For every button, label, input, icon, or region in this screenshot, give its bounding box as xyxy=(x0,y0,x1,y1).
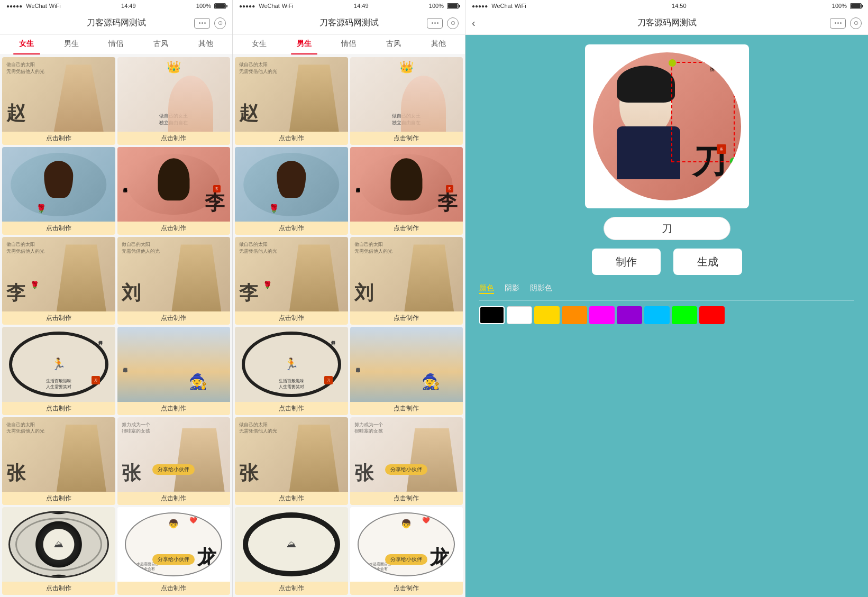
grid-label-2-1: 点击制作 xyxy=(2,311,115,325)
grid-item-2-4[interactable]: 🧙 岁月悠悠深情以待不忘初心 点击制作 xyxy=(117,327,231,415)
grid-label-2-2: 点击制作 xyxy=(117,311,231,325)
app-title-3: 刀客源码网测试 xyxy=(637,17,697,29)
grid-item-3-1[interactable]: 做自己的太阳无需凭借他人的光 张 点击制作 xyxy=(2,417,115,505)
tab-female-1[interactable]: 女生 xyxy=(4,35,49,54)
grid-item-2-1[interactable]: 做自己的太阳无需凭借他人的光 李 🌹 点击制作 xyxy=(2,237,115,325)
p2-grid-item-2-2[interactable]: 做自己的太阳无需凭借他人的光 刘 点击制作 xyxy=(350,237,463,325)
app-header-2: 刀客源码网测试 ⊙ xyxy=(233,12,465,35)
color-options-section: 颜色 阴影 阴影色 xyxy=(474,283,860,324)
swatch-black[interactable] xyxy=(479,306,505,324)
battery-bar-1 xyxy=(214,3,226,9)
swatch-green[interactable] xyxy=(672,306,697,324)
tab-ancient-2[interactable]: 古风 xyxy=(371,35,416,54)
time-1: 14:49 xyxy=(121,3,136,9)
action-buttons: 制作 生成 xyxy=(592,249,742,275)
grid-label-3-3: 点击制作 xyxy=(2,582,115,595)
color-swatches xyxy=(479,306,854,324)
phone-panel-1: ●●●●● WeChat WiFi 14:49 100% 刀客源码网测试 ⊙ 女… xyxy=(0,0,233,597)
p2-grid-item-1-3[interactable]: 🌹 点击制作 xyxy=(235,147,348,235)
carrier-1: WeChat xyxy=(26,3,47,9)
selection-resize-handle[interactable] xyxy=(730,158,737,165)
tab-female-2[interactable]: 女生 xyxy=(237,35,282,54)
menu-dots-button-2[interactable] xyxy=(427,18,443,29)
time-2: 14:49 xyxy=(354,3,369,9)
signal-1: ●●●●● xyxy=(6,3,22,9)
share-badge-3-2: 分享给小伙伴 xyxy=(152,464,195,475)
p2-grid-label-3-2: 点击制作 xyxy=(350,492,463,505)
tab-other-2[interactable]: 其他 xyxy=(416,35,461,54)
p2-grid-item-3-2[interactable]: 努力成为一个很哇塞的女孩 张 分享给小伙伴 点击制作 xyxy=(350,417,463,505)
swatch-orange[interactable] xyxy=(562,306,587,324)
p2-grid-item-1-4[interactable]: 李 缘起缘灭缘如水得得不用失不悲 客 点击制作 xyxy=(350,147,463,235)
tab-couple-2[interactable]: 情侣 xyxy=(326,35,371,54)
p2-grid-item-3-3[interactable]: ⛰ 点击制作 xyxy=(235,507,348,595)
generate-button[interactable]: 生成 xyxy=(673,249,742,275)
swatch-red[interactable] xyxy=(699,306,725,324)
p2-grid-item-3-1[interactable]: 做自己的太阳无需凭借他人的光 张 点击制作 xyxy=(235,417,348,505)
menu-dots-button-3[interactable] xyxy=(830,18,846,29)
p2-grid-label-3-4: 点击制作 xyxy=(350,582,463,595)
swatch-cyan[interactable] xyxy=(644,306,670,324)
template-grid-1: 做自己的太阳无需凭借他人的光 赵 点击制作 👑 做自己的女王独立自由自在 点击制… xyxy=(0,55,232,597)
grid-label-1-4: 点击制作 xyxy=(117,222,231,235)
grid-label-1-3: 点击制作 xyxy=(2,222,115,235)
status-bar-3: ●●●●● WeChat WiFi 14:50 100% xyxy=(465,0,868,12)
grid-label-1-2: 点击制作 xyxy=(117,132,231,145)
p2-grid-label-1-3: 点击制作 xyxy=(235,222,348,235)
grid-label-3-1: 点击制作 xyxy=(2,492,115,505)
p2-grid-label-3-1: 点击制作 xyxy=(235,492,348,505)
grid-item-1-2[interactable]: 👑 做自己的女王独立自由自在 点击制作 xyxy=(117,57,231,145)
carrier-2: WeChat xyxy=(259,3,280,9)
color-tab-shadow-color[interactable]: 阴影色 xyxy=(530,283,552,294)
grid-label-2-3: 点击制作 xyxy=(2,402,115,415)
circle-action-button-2[interactable]: ⊙ xyxy=(447,17,459,29)
preview-canvas: 抹去不用金发不同美不得說 刀 客 xyxy=(585,44,749,208)
app-header-3: ‹ 刀客源码网测试 ⊙ xyxy=(465,12,868,35)
template-grid-2: 做自己的太阳无需凭借他人的光 赵 点击制作 👑 做自己的女王独立自由自在 点击制… xyxy=(233,55,465,597)
make-button[interactable]: 制作 xyxy=(592,249,661,275)
char-input[interactable] xyxy=(604,217,730,240)
swatch-purple[interactable] xyxy=(617,306,642,324)
tab-other-1[interactable]: 其他 xyxy=(183,35,228,54)
grid-item-3-2[interactable]: 努力成为一个很哇塞的女孩 张 分享给小伙伴 点击制作 xyxy=(117,417,231,505)
grid-item-1-3[interactable]: 🌹 点击制作 xyxy=(2,147,115,235)
p2-grid-label-1-1: 点击制作 xyxy=(235,132,348,145)
circle-action-button-3[interactable]: ⊙ xyxy=(850,17,862,29)
battery-pct-2: 100% xyxy=(429,3,444,9)
nav-tabs-1: 女生 男生 情侣 古风 其他 xyxy=(0,35,232,55)
tab-ancient-1[interactable]: 古风 xyxy=(139,35,184,54)
p2-grid-label-2-1: 点击制作 xyxy=(235,311,348,325)
p2-grid-item-2-3[interactable]: 🏃 奔赴师傅 生活百般滋味人生需要笑对 刀 点击制作 xyxy=(235,327,348,415)
back-button[interactable]: ‹ xyxy=(472,17,476,29)
grid-label-3-4: 点击制作 xyxy=(117,582,231,595)
grid-item-1-4[interactable]: 李 缘起缘灭缘如水得得不用失不悲 客 点击制作 xyxy=(117,147,231,235)
color-tab-shadow[interactable]: 阴影 xyxy=(505,283,519,294)
wifi-icon-2: WiFi xyxy=(282,3,294,9)
nav-tabs-2: 女生 男生 情侣 古风 其他 xyxy=(233,35,465,55)
swatch-white[interactable] xyxy=(507,306,532,324)
p2-grid-item-2-1[interactable]: 做自己的太阳无需凭借他人的光 李 🌹 点击制作 xyxy=(235,237,348,325)
p2-grid-item-1-1[interactable]: 做自己的太阳无需凭借他人的光 赵 点击制作 xyxy=(235,57,348,145)
grid-item-3-4[interactable]: 👦 龙 ❤️ 风生水起霸面自己一生骄傲全会有 分享给小伙伴 点击制作 xyxy=(117,507,231,595)
menu-dots-button-1[interactable] xyxy=(194,18,210,29)
tab-couple-1[interactable]: 情侣 xyxy=(94,35,139,54)
grid-item-2-3[interactable]: 🏃 奔赴师傅 生活百般滋味人生需要笑对 刀 点击制作 xyxy=(2,327,115,415)
grid-item-2-2[interactable]: 做自己的太阳无需凭借他人的光 刘 点击制作 xyxy=(117,237,231,325)
p2-grid-item-2-4[interactable]: 🧙 岁月悠悠深情以待不忘初心 点击制作 xyxy=(350,327,463,415)
app-header-1: 刀客源码网测试 ⊙ xyxy=(0,12,232,35)
circle-action-button-1[interactable]: ⊙ xyxy=(214,17,226,29)
grid-item-3-3[interactable]: ⛰ 点击制作 xyxy=(2,507,115,595)
tab-male-2[interactable]: 男生 xyxy=(282,35,327,54)
color-option-tabs: 颜色 阴影 阴影色 xyxy=(479,283,854,294)
p2-grid-item-3-4[interactable]: 👦 龙 ❤️ 风生水起霸面自己一生骄傲全会有 分享给小伙伴 点击制作 xyxy=(350,507,463,595)
editor-content: 抹去不用金发不同美不得說 刀 客 制作 生成 颜色 xyxy=(465,35,868,597)
signal-2: ●●●●● xyxy=(239,3,255,9)
grid-item-1-1[interactable]: 做自己的太阳无需凭借他人的光 赵 点击制作 xyxy=(2,57,115,145)
header-actions-3: ⊙ xyxy=(830,17,862,29)
color-tab-color[interactable]: 颜色 xyxy=(479,283,494,294)
swatch-magenta[interactable] xyxy=(589,306,615,324)
tab-male-1[interactable]: 男生 xyxy=(49,35,94,54)
p2-grid-item-1-2[interactable]: 👑 做自己的女王独立自由自在 点击制作 xyxy=(350,57,463,145)
swatch-yellow[interactable] xyxy=(534,306,560,324)
battery-pct-1: 100% xyxy=(196,3,211,9)
